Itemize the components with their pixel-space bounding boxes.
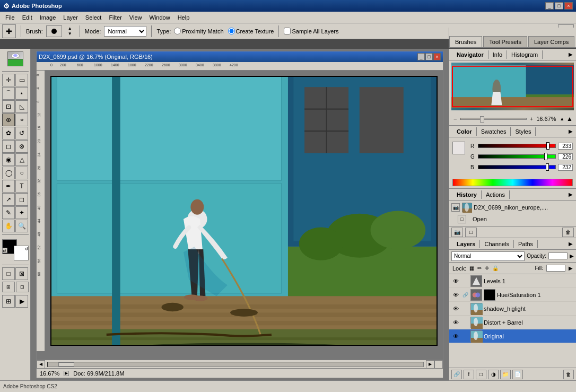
navigator-tab[interactable]: Navigator [452, 50, 488, 59]
zoom-in-btn[interactable]: + [529, 116, 534, 122]
menu-image[interactable]: Image [37, 13, 59, 22]
image-ready-btn[interactable]: ⊞ [2, 295, 15, 308]
foreground-color-swatch[interactable] [452, 142, 465, 154]
menu-view[interactable]: View [126, 13, 145, 22]
delete-history-btn[interactable]: 🗑 [562, 228, 574, 237]
red-slider[interactable] [478, 144, 556, 148]
canvas-close[interactable]: × [433, 53, 441, 60]
lock-transparent-icon[interactable]: ▦ [469, 265, 474, 271]
navigator-panel-menu[interactable]: ▶ [569, 51, 573, 57]
swatches-tab[interactable]: Swatches [477, 127, 511, 136]
info-tab[interactable]: Info [488, 50, 507, 59]
shape-tool[interactable]: ◻ [15, 193, 28, 206]
canvas-window-controls[interactable]: _ □ × [417, 53, 441, 60]
opacity-arrow[interactable]: ▶ [570, 253, 574, 259]
sharpen-tool[interactable]: △ [15, 153, 28, 166]
menu-layer[interactable]: Layer [60, 13, 81, 22]
blue-thumb[interactable] [546, 163, 549, 171]
layer-mask-add-btn[interactable]: □ [476, 370, 486, 379]
create-snapshot-btn[interactable]: 📷 [451, 228, 463, 237]
magic-wand-tool[interactable]: ⋆ [15, 87, 28, 100]
layer-visibility-4[interactable]: 👁 [451, 332, 460, 341]
hscroll-track[interactable] [47, 362, 424, 367]
lock-move-icon[interactable]: ✛ [485, 265, 489, 271]
blur-tool[interactable]: ◉ [2, 153, 15, 166]
delete-layer-btn[interactable]: 🗑 [563, 370, 574, 379]
layer-visibility-3[interactable]: 👁 [451, 318, 460, 327]
layer-link-btn[interactable]: 🔗 [451, 370, 462, 379]
zoom-slider[interactable] [460, 118, 526, 120]
layer-style-btn[interactable]: f [464, 370, 474, 379]
history-item-0[interactable]: 📷 D2X_0699_nikon_europe,.... [449, 202, 576, 213]
move-tool[interactable]: ✛ [2, 74, 15, 86]
menu-window[interactable]: Window [146, 13, 173, 22]
fill-tool[interactable]: ⊗ [15, 140, 28, 153]
hand-tool[interactable]: ✋ [2, 220, 15, 232]
screen-mode-btn[interactable]: ⊞ [2, 282, 15, 292]
brush-selector[interactable] [46, 25, 62, 37]
color-panel-menu[interactable]: ▶ [569, 128, 573, 134]
layer-link-4[interactable] [461, 333, 469, 340]
layer-link-3[interactable] [461, 319, 469, 326]
crop-tool[interactable]: ⊡ [2, 100, 15, 113]
menu-filter[interactable]: Filter [106, 13, 125, 22]
layer-item-2[interactable]: 👁 shadow_higlight [449, 302, 576, 316]
history-tab[interactable]: History [452, 190, 482, 199]
blue-slider[interactable] [478, 165, 556, 169]
brushes-tab[interactable]: Brushes [449, 36, 482, 47]
menu-file[interactable]: File [2, 13, 18, 22]
zoom-mountain-sm[interactable]: ▲ [560, 116, 564, 121]
main-image[interactable]: ©2005 Vincent Bockaert 123di [50, 76, 438, 346]
green-value[interactable]: 226 [558, 153, 573, 160]
history-panel-menu[interactable]: ▶ [569, 191, 573, 197]
sample-all-layers-option[interactable]: Sample All Layers [284, 28, 338, 34]
proximity-match-option[interactable]: Proximity Match [174, 28, 223, 34]
jumpto-btn[interactable]: ▶ [15, 295, 28, 308]
color-spectrum-bar[interactable] [452, 179, 573, 186]
path-tool[interactable]: ↗ [2, 193, 15, 206]
pen-tool[interactable]: ✒ [2, 180, 15, 193]
marquee-tool[interactable]: ▭ [15, 74, 28, 86]
history-brush-tool[interactable]: ↺ [15, 127, 28, 140]
hscroll-left-btn[interactable]: ◀ [37, 360, 45, 369]
notes-tool[interactable]: ✎ [2, 206, 15, 219]
green-slider[interactable] [478, 154, 556, 159]
red-thumb[interactable] [546, 142, 549, 150]
layer-visibility-0[interactable]: 👁 [451, 277, 460, 285]
dodge-tool[interactable]: ◯ [2, 167, 15, 179]
layer-visibility-2[interactable]: 👁 [451, 304, 460, 313]
zoom-out-btn[interactable]: − [452, 116, 458, 122]
standard-mode-btn[interactable]: □ [2, 267, 15, 280]
menu-edit[interactable]: Edit [19, 13, 36, 22]
layer-item-0[interactable]: 👁 Levels 1 [449, 274, 576, 288]
menu-select[interactable]: Select [82, 13, 105, 22]
hscroll-thumb[interactable] [58, 362, 74, 367]
brush-size-arrows[interactable]: ▲ ▼ [65, 26, 75, 37]
close-button[interactable]: × [564, 2, 573, 10]
lock-all-icon[interactable]: 🔒 [492, 265, 499, 271]
burn-tool[interactable]: ○ [15, 167, 28, 179]
menu-help[interactable]: Help [174, 13, 193, 22]
mode-select[interactable]: Normal Replace [104, 26, 146, 37]
create-texture-option[interactable]: Create Texture [228, 28, 274, 34]
actions-tab[interactable]: Actions [482, 190, 510, 199]
zoom-slider-thumb[interactable] [480, 116, 484, 123]
layer-link-2[interactable] [461, 305, 469, 312]
swap-colors-icon[interactable]: ⇄ [2, 248, 7, 253]
styles-tab[interactable]: Styles [511, 127, 536, 136]
new-layer-btn[interactable]: 📄 [512, 370, 523, 379]
fill-arrow[interactable]: ▶ [569, 265, 573, 271]
hscroll-right-btn[interactable]: ▶ [426, 360, 434, 369]
zoom-menu-btn[interactable]: ▶ [64, 371, 69, 376]
red-value[interactable]: 233 [558, 143, 573, 150]
screen-mode-full-btn[interactable]: ⊡ [16, 282, 29, 292]
opacity-input[interactable]: 100% [548, 252, 568, 259]
layer-mode-select[interactable]: Normal Multiply Screen Overlay [451, 251, 525, 261]
canvas-inner[interactable]: ©2005 Vincent Bockaert 123di [45, 71, 443, 351]
default-colors-icon[interactable]: ↺ [25, 247, 29, 251]
eraser-tool[interactable]: ◻ [2, 140, 15, 153]
layer-item-1[interactable]: 👁 🔗 Hue/Saturation 1 [449, 288, 576, 302]
proximity-radio[interactable] [174, 28, 181, 34]
blue-value[interactable]: 232 [558, 164, 573, 171]
brush-tool[interactable]: ⌖ [15, 114, 28, 126]
